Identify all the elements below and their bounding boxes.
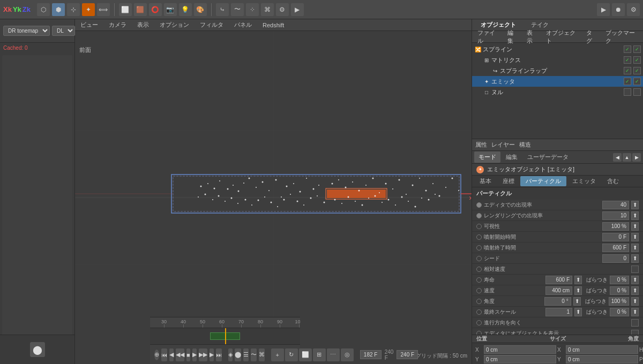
- menu-redshift[interactable]: Redshift: [260, 21, 286, 29]
- coord-field-input[interactable]: [484, 345, 556, 354]
- attr-stepper[interactable]: ⬆: [573, 297, 581, 306]
- tree-item-vis[interactable]: [624, 88, 631, 96]
- tl-add[interactable]: +: [271, 348, 284, 361]
- toolbar-icon-obj[interactable]: ⬡: [37, 3, 50, 16]
- toolbar-icon-particle[interactable]: ⁘: [246, 3, 259, 16]
- attr-stepper[interactable]: ⬆: [574, 286, 582, 295]
- toolbar-icon-cube[interactable]: 🟫: [134, 3, 147, 16]
- attr-subtab-含む[interactable]: 含む: [602, 176, 624, 186]
- tl-play-back[interactable]: ◀◀: [176, 348, 184, 361]
- attr-input[interactable]: 600 F: [602, 244, 629, 252]
- toolbar-icon-active[interactable]: ✦: [82, 3, 95, 16]
- menu-options[interactable]: オプション: [158, 20, 191, 30]
- tl-stop[interactable]: ■: [186, 348, 190, 361]
- tl-go-start[interactable]: ⏮: [161, 348, 167, 361]
- tree-item-render[interactable]: ✓: [633, 78, 641, 85]
- tree-item-vis[interactable]: ✓: [624, 67, 631, 74]
- attr-input[interactable]: 600 F: [545, 276, 572, 284]
- attr-spread-input[interactable]: 0 %: [610, 276, 629, 284]
- tree-item[interactable]: ↪ スプラインラップ ✓ ✓: [472, 65, 643, 76]
- attr-input[interactable]: 0 °: [544, 297, 571, 306]
- tree-item-vis[interactable]: ✓: [624, 46, 631, 53]
- toolbar-icon-move[interactable]: ⊹: [67, 3, 80, 16]
- coord-field-input[interactable]: [484, 355, 556, 363]
- play-transport[interactable]: ⬤: [30, 342, 45, 357]
- current-frame-display[interactable]: 182 F: [360, 350, 382, 359]
- tree-item-render[interactable]: ✓: [633, 67, 641, 74]
- tl-prev-frame[interactable]: ◀: [169, 348, 174, 361]
- tree-item[interactable]: ✦ エミッタ ✓ ✓: [472, 76, 643, 87]
- attr-spread-stepper[interactable]: ⬆: [631, 297, 639, 306]
- tl-play-forward[interactable]: ▶▶: [199, 348, 207, 361]
- attr-stepper[interactable]: ⬆: [631, 222, 639, 231]
- attr-input[interactable]: 100 %: [602, 222, 629, 231]
- tl-motion2[interactable]: ⌘: [259, 348, 265, 361]
- menu-view[interactable]: ビュー: [78, 20, 100, 30]
- attr-nav-back[interactable]: ◀: [613, 153, 622, 162]
- attr-spread-input[interactable]: 0 %: [610, 286, 629, 295]
- attr-input[interactable]: 0 F: [602, 233, 629, 241]
- tree-item-vis[interactable]: ✓: [624, 78, 631, 85]
- tl-go-end[interactable]: ⏭: [216, 348, 222, 361]
- tl-more[interactable]: ⋯: [327, 348, 340, 361]
- toolbar-icon-render[interactable]: ▶: [291, 3, 304, 16]
- tl-play[interactable]: ▶: [192, 348, 197, 361]
- menu-camera[interactable]: カメラ: [107, 20, 129, 30]
- viewport[interactable]: ビュー カメラ 表示 オプション フィルタ パネル Redshift: [75, 19, 472, 364]
- attr-stepper[interactable]: ⬆: [631, 233, 639, 241]
- attr-input[interactable]: 400 cm: [545, 286, 572, 295]
- tree-item[interactable]: □ ヌル: [472, 87, 643, 97]
- attr-subtab-エミッタ[interactable]: エミッタ: [567, 176, 601, 186]
- toolbar-icon-settings[interactable]: ⚙: [276, 3, 289, 16]
- tl-motion[interactable]: 〜: [251, 348, 257, 361]
- toolbar-icon-hair[interactable]: ⌘: [261, 3, 274, 16]
- attr-checkbox[interactable]: [631, 266, 639, 273]
- tl-next-frame[interactable]: ▶: [210, 348, 214, 361]
- attr-header-attr[interactable]: 属性: [475, 141, 487, 149]
- attr-spread-stepper[interactable]: ⬆: [631, 308, 639, 316]
- attr-spread-input[interactable]: 0 %: [610, 308, 629, 316]
- toolbar-icon-mat[interactable]: 🎨: [194, 3, 207, 16]
- tree-item-vis[interactable]: ✓: [624, 56, 631, 64]
- attr-mode-edit[interactable]: 編集: [502, 151, 522, 163]
- tl-record[interactable]: ⊕: [154, 350, 159, 360]
- attr-checkbox[interactable]: [631, 319, 639, 327]
- attr-spread-stepper[interactable]: ⬆: [631, 286, 639, 295]
- max-frame-display[interactable]: 240 F: [397, 350, 418, 359]
- tl-timeline[interactable]: ☰: [243, 348, 249, 361]
- attr-subtab-座標[interactable]: 座標: [497, 176, 520, 186]
- coord-field-input[interactable]: [566, 355, 638, 363]
- toolbar-icon-cam[interactable]: 📷: [164, 3, 177, 16]
- coord-field-input[interactable]: [566, 345, 638, 354]
- attr-stepper[interactable]: ⬆: [631, 211, 639, 220]
- toolbar-icon-sim[interactable]: 〜: [231, 3, 244, 16]
- tl-snap[interactable]: ◎: [341, 348, 354, 361]
- attr-input[interactable]: 1: [545, 308, 572, 316]
- attr-input[interactable]: 40: [602, 201, 629, 209]
- toolbar-icon-view[interactable]: ⬜: [119, 3, 132, 16]
- attr-mode-mode[interactable]: モード: [474, 151, 500, 163]
- attr-stepper[interactable]: ⬆: [574, 276, 582, 284]
- attr-stepper[interactable]: ⬆: [631, 254, 639, 263]
- tl-autokey[interactable]: ⬤: [235, 348, 241, 361]
- attr-spread-stepper[interactable]: ⬆: [631, 276, 639, 284]
- attr-stepper[interactable]: ⬆: [631, 201, 639, 209]
- attr-mode-userdata[interactable]: ユーザーデータ: [523, 151, 573, 163]
- menu-panel[interactable]: パネル: [232, 20, 254, 30]
- tl-loop[interactable]: ↻: [285, 348, 298, 361]
- toolbar-icon-light[interactable]: 💡: [179, 3, 192, 16]
- toolbar-icon-sphere[interactable]: ⭕: [149, 3, 162, 16]
- attr-header-struct[interactable]: 構造: [519, 141, 531, 149]
- tree-item-render[interactable]: ✓: [633, 56, 641, 64]
- dl-dropdown[interactable]: DL: [52, 26, 75, 36]
- toolbar-icon-r1[interactable]: ▶: [597, 3, 610, 16]
- tl-marker[interactable]: ⊞: [313, 348, 326, 361]
- toolbar-icon-r2[interactable]: ⏺: [612, 3, 625, 16]
- attr-nav-fwd[interactable]: ▶: [632, 153, 641, 162]
- menu-display[interactable]: 表示: [135, 20, 151, 30]
- attr-spread-input[interactable]: 100 %: [609, 297, 629, 306]
- menu-filter[interactable]: フィルタ: [198, 20, 226, 30]
- attr-stepper[interactable]: ⬆: [574, 308, 582, 316]
- tree-item[interactable]: 🔀 スプライン ✓ ✓: [472, 44, 643, 55]
- toolbar-icon-scale[interactable]: ⟺: [97, 3, 110, 16]
